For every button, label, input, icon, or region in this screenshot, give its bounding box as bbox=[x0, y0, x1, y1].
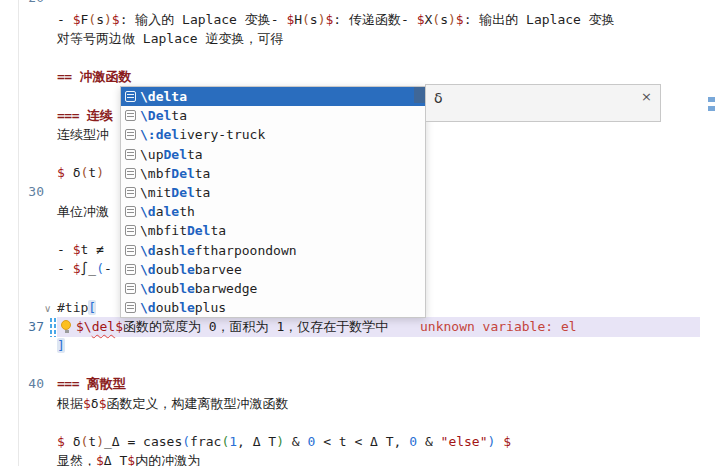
code-token: $ bbox=[83, 396, 91, 411]
docs-symbol-text: δ bbox=[434, 90, 443, 106]
close-icon[interactable]: × bbox=[641, 89, 652, 104]
code-line[interactable]: 40=== 离散型 bbox=[0, 374, 720, 394]
lightbulb-icon[interactable] bbox=[61, 320, 71, 330]
snippet-icon bbox=[125, 129, 136, 140]
code-line[interactable]: - $F(s)$: 输入的 Laplace 变换- $H(s)$: 传递函数- … bbox=[0, 10, 720, 30]
snippet-icon bbox=[125, 187, 136, 198]
code-line[interactable]: ] bbox=[0, 336, 720, 356]
suggestion-label-part: le bbox=[179, 300, 195, 315]
code-token: ( bbox=[96, 261, 104, 276]
code-line-text: 对等号两边做 Laplace 逆变换，可得 bbox=[57, 29, 283, 48]
suggestion-label-part: le bbox=[163, 204, 179, 219]
code-token: 内的冲激为 bbox=[135, 453, 200, 466]
suggestion-item[interactable]: \Delta bbox=[121, 106, 425, 125]
code-token: ( bbox=[182, 434, 190, 449]
code-token: [ bbox=[88, 300, 96, 315]
suggestion-label-part: \d bbox=[140, 281, 156, 296]
suggestion-item[interactable]: \mbfDelta bbox=[121, 164, 425, 183]
suggestion-label: \dashleftharpoondown bbox=[140, 241, 297, 260]
suggestion-label-part: ta bbox=[187, 147, 203, 162]
snippet-icon bbox=[125, 168, 136, 179]
suggestion-label-part: oub bbox=[156, 262, 179, 277]
suggestion-item[interactable]: \dashleftharpoondown bbox=[121, 241, 425, 260]
code-line[interactable] bbox=[0, 355, 720, 375]
suggestion-item[interactable]: \delta bbox=[121, 87, 425, 106]
code-editor: 20- $F(s)$: 输入的 Laplace 变换- $H(s)$: 传递函数… bbox=[0, 0, 720, 466]
suggestion-label: \daleth bbox=[140, 202, 195, 221]
code-token: : 传递函数- bbox=[333, 12, 416, 27]
line-number: 37 bbox=[0, 317, 44, 336]
suggestion-label-part: Del bbox=[163, 147, 186, 162]
code-token: ∫_ bbox=[80, 261, 96, 276]
code-token: - bbox=[57, 12, 73, 27]
suggestion-label-part: \d bbox=[140, 243, 156, 258]
suggestion-label-part: \mbfit bbox=[140, 223, 187, 238]
suggestion-item[interactable]: \doublebarwedge bbox=[121, 279, 425, 298]
code-token: t bbox=[88, 165, 96, 180]
code-token: 函数的宽度为 0，面积为 1，仅存在于数学中 bbox=[123, 319, 388, 334]
code-line-text: 单位冲激 bbox=[57, 202, 109, 221]
code-line[interactable] bbox=[0, 48, 720, 68]
suggestion-item[interactable]: \mbfitDelta bbox=[121, 221, 425, 240]
code-token: 单位冲激 bbox=[57, 204, 109, 219]
code-token: ( bbox=[88, 12, 96, 27]
code-line[interactable]: 根据$δ$函数定义，构建离散型冲激函数 bbox=[0, 394, 720, 414]
code-line-text: $\del$函数的宽度为 0，面积为 1，仅存在于数学中 bbox=[76, 317, 388, 336]
code-token: #tip bbox=[57, 300, 88, 315]
suggestion-item[interactable]: \doubleplus bbox=[121, 298, 425, 317]
suggestion-label-part: th bbox=[179, 204, 195, 219]
suggestion-label-part: Del bbox=[171, 166, 194, 181]
code-token: $ bbox=[456, 12, 464, 27]
code-line-text: #tip[ bbox=[57, 298, 96, 317]
line-number: 40 bbox=[0, 374, 44, 393]
code-token: 函数定义，构建离散型冲激函数 bbox=[106, 396, 288, 411]
inline-error-message: unknown variable: el bbox=[420, 317, 577, 336]
suggestion-label-part: ta bbox=[195, 166, 211, 181]
suggestion-label-part: \mbf bbox=[140, 166, 171, 181]
code-token: === bbox=[57, 108, 79, 123]
modified-line-indicator bbox=[50, 317, 56, 337]
code-token: ) bbox=[448, 12, 456, 27]
code-line-text: == 冲激函数 bbox=[57, 67, 131, 86]
suggest-scrollbar-thumb[interactable] bbox=[414, 87, 425, 103]
code-token: & bbox=[284, 434, 307, 449]
code-token: s bbox=[96, 12, 104, 27]
code-line[interactable]: 显然，$Δ T$内的冲激为 bbox=[0, 451, 720, 466]
code-line[interactable]: $ δ(t)_Δ = cases(frac(1, Δ T) & 0 < t < … bbox=[0, 432, 720, 452]
suggestion-item[interactable]: \upDelta bbox=[121, 145, 425, 164]
code-line[interactable] bbox=[0, 413, 720, 433]
suggestion-label: \mbfitDelta bbox=[140, 221, 226, 240]
suggestion-label-part: \delta bbox=[140, 89, 187, 104]
suggestion-label-part: \mit bbox=[140, 185, 171, 200]
code-token: $ bbox=[57, 434, 65, 449]
suggestion-label-part: \Del bbox=[140, 108, 171, 123]
code-token: δ bbox=[91, 396, 99, 411]
suggestion-label-part: \d bbox=[140, 300, 156, 315]
code-token: t bbox=[88, 434, 96, 449]
suggestion-item[interactable]: \daleth bbox=[121, 202, 425, 221]
overview-ruler-mark bbox=[708, 97, 715, 102]
line-number: 20 bbox=[0, 0, 44, 5]
fold-chevron-icon[interactable]: ∨ bbox=[44, 299, 51, 318]
suggestion-label: \doubleplus bbox=[140, 298, 226, 317]
code-token: "else" bbox=[441, 434, 488, 449]
code-line-text: - $∫_(- bbox=[57, 259, 112, 278]
suggestion-item[interactable]: \doublebarvee bbox=[121, 260, 425, 279]
snippet-icon bbox=[125, 225, 136, 236]
suggestion-item[interactable]: \:delivery-truck bbox=[121, 125, 425, 144]
suggestion-label-part: plus bbox=[195, 300, 226, 315]
suggestion-label: \doublebarvee bbox=[140, 260, 242, 279]
code-token: 离散型 bbox=[79, 376, 126, 391]
suggestion-item[interactable]: \mitDelta bbox=[121, 183, 425, 202]
snippet-icon bbox=[125, 245, 136, 256]
code-token: ( bbox=[302, 12, 310, 27]
suggestion-label-part: ash bbox=[156, 243, 179, 258]
code-token: < t < Δ T, bbox=[315, 434, 409, 449]
suggestion-label-part: le bbox=[179, 262, 195, 277]
snippet-icon bbox=[125, 110, 136, 121]
code-token: : 输入的 Laplace 变换- bbox=[120, 12, 287, 27]
code-line[interactable]: 对等号两边做 Laplace 逆变换，可得 bbox=[0, 29, 720, 49]
code-token bbox=[495, 434, 503, 449]
code-token: del bbox=[92, 319, 115, 334]
code-line[interactable]: 37$\del$函数的宽度为 0，面积为 1，仅存在于数学中unknown va… bbox=[0, 317, 720, 337]
